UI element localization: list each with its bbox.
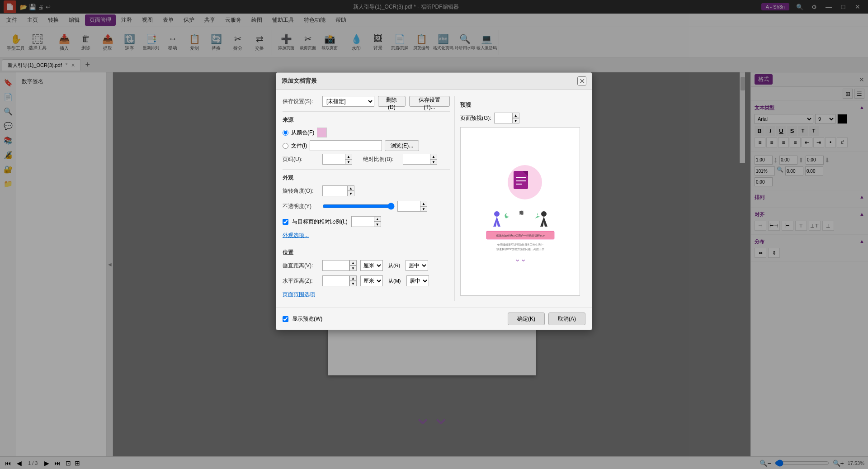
horizontal-down-btn[interactable]: ▼ [349,281,357,286]
preview-page-row: 页面预视(G): 1 ▲ ▼ [460,113,580,123]
dialog-footer: 显示预览(W) 确定(K) 取消(A) [276,308,592,330]
svg-text:使用编辑器可以帮助您日常工作生活中: 使用编辑器可以帮助您日常工作生活中 [497,243,543,246]
opacity-slider[interactable] [322,203,395,210]
page-range-link[interactable]: 页面范围选项 [283,291,315,298]
rotation-row: 旋转角度(O): 0° ▲ ▼ [283,185,450,196]
scale-input[interactable]: 100% [403,154,430,165]
modal-overlay: 添加文档背景 ✕ 保存设置(S): [未指定] 删除(D) 保存设置(T)...… [0,0,868,469]
add-background-dialog: 添加文档背景 ✕ 保存设置(S): [未指定] 删除(D) 保存设置(T)...… [276,72,592,330]
browse-btn[interactable]: 浏览(E)... [385,140,419,151]
horizontal-up-btn[interactable]: ▲ [349,275,357,281]
rel-scale-up-btn[interactable]: ▲ [374,216,381,222]
footer-left: 显示预览(W) [283,315,322,323]
scale-label: 绝对比例(B): [363,156,399,163]
dialog-body: 保存设置(S): [未指定] 删除(D) 保存设置(T)... 来源 从颜色(F… [276,90,592,308]
opacity-row: 不透明度(Y) 100% ▲ ▼ [283,201,450,212]
page-scale-row: 页码(U): 1 ▲ ▼ 绝对比例(B): 100% ▲ [283,154,450,165]
vertical-from-label: 从(R) [388,262,400,269]
confirm-btn[interactable]: 确定(K) [508,313,545,325]
position-section: 位置 垂直距离(V): 0.00 ▲ ▼ 厘米 [283,244,450,286]
cancel-btn[interactable]: 取消(A) [548,313,585,325]
rotation-input[interactable]: 0° [322,185,347,196]
page-label: 页码(U): [283,156,319,163]
dialog-close-btn[interactable]: ✕ [577,76,586,85]
settings-select[interactable]: [未指定] [322,96,374,107]
file-path-input[interactable] [310,140,382,151]
page-range-row: 页面范围选项 [283,291,450,298]
file-radio-label: 文件(I) [291,142,307,150]
color-radio[interactable] [283,130,288,136]
relative-scale-label: 与目标页的相对比例(L) [292,218,348,226]
vertical-from-select[interactable]: 居中 [406,260,428,271]
preview-page-up-btn[interactable]: ▲ [512,113,519,118]
file-radio-row: 文件(I) 浏览(E)... [283,140,450,151]
show-preview-checkbox[interactable] [283,316,288,322]
page-view-label: 页面预视(G): [460,114,491,122]
save-settings-btn[interactable]: 保存设置(T)... [409,96,450,107]
opacity-slider-wrap: 100% ▲ ▼ [322,201,427,212]
dialog-form: 保存设置(S): [未指定] 删除(D) 保存设置(T)... 来源 从颜色(F… [283,96,454,301]
vertical-row: 垂直距离(V): 0.00 ▲ ▼ 厘米 从(R) [283,260,450,271]
relative-scale-checkbox[interactable] [283,219,288,225]
relative-scale-input[interactable]: 100% [351,216,374,227]
horizontal-row: 水平距离(Z): 0.00 ▲ ▼ 厘米 从(M) [283,275,450,286]
rotation-down-btn[interactable]: ▼ [347,191,354,196]
rel-scale-down-btn[interactable]: ▼ [374,222,381,227]
preview-illustration: 欢迎来到福昕 感谢您如全球6.5亿用户一样信任福昕PDF 使用编辑器可以帮助您日… [480,155,561,268]
appearance-title: 外观 [283,174,450,182]
preview-title: 预视 [460,101,580,109]
scale-up-btn[interactable]: ▲ [430,154,437,159]
dialog-header: 添加文档背景 ✕ [276,73,592,90]
scale-spinner: 100% ▲ ▼ [403,154,437,165]
opacity-input[interactable]: 100% [397,201,420,212]
appearance-section: 外观 旋转角度(O): 0° ▲ ▼ [283,169,450,239]
svg-point-10 [541,211,547,217]
rotation-spinner: 0° ▲ ▼ [322,185,354,196]
page-spinner: 1 ▲ ▼ [322,154,352,165]
scale-down-btn[interactable]: ▼ [430,159,437,165]
color-radio-row: 从颜色(F) [283,128,450,137]
svg-text:快速解决PDF文档方面的问题，高效工作: 快速解决PDF文档方面的问题，高效工作 [495,247,544,251]
vertical-input[interactable]: 0.00 [322,260,349,271]
page-down-btn[interactable]: ▼ [345,159,352,165]
color-radio-label: 从颜色(F) [291,129,314,137]
relative-scale-row: 与目标页的相对比例(L) 100% ▲ ▼ [283,216,450,227]
opacity-up-btn[interactable]: ▲ [420,201,427,206]
preview-page-input[interactable]: 1 [494,113,512,123]
vertical-up-btn[interactable]: ▲ [349,260,357,265]
vertical-down-btn[interactable]: ▼ [349,265,357,271]
horizontal-from-select[interactable]: 居中 [406,275,429,286]
source-section: 来源 从颜色(F) 文件(I) 浏览(E)... 页码(U): [283,111,450,165]
horizontal-input[interactable]: 0.00 [322,275,349,286]
horizontal-from-label: 从(M) [388,278,401,284]
delete-settings-btn[interactable]: 删除(D) [378,96,406,107]
vertical-unit-select[interactable]: 厘米 [360,260,383,271]
opacity-down-btn[interactable]: ▼ [420,206,427,212]
preview-page-down-btn[interactable]: ▼ [512,118,519,123]
vertical-spinner: 0.00 ▲ ▼ [322,260,357,271]
rotation-up-btn[interactable]: ▲ [347,185,354,191]
footer-right: 确定(K) 取消(A) [508,313,585,325]
svg-text:感谢您如全球6.5亿用户一样信任福昕PDF: 感谢您如全球6.5亿用户一样信任福昕PDF [495,234,545,237]
show-preview-label: 显示预览(W) [292,315,322,323]
svg-text:⌄⌄: ⌄⌄ [514,255,526,263]
dialog-preview: 预视 页面预视(G): 1 ▲ ▼ [454,96,585,301]
svg-point-9 [494,211,500,217]
preview-frame: 欢迎来到福昕 感谢您如全球6.5亿用户一样信任福昕PDF 使用编辑器可以帮助您日… [460,127,580,296]
svg-text:欢迎来到福昕: 欢迎来到福昕 [520,210,524,215]
advanced-options-link[interactable]: 外观选项... [283,232,309,239]
color-preview-box[interactable] [317,128,327,137]
horizontal-unit-select[interactable]: 厘米 [360,275,383,286]
vertical-label: 垂直距离(V): [283,262,319,270]
page-up-btn[interactable]: ▲ [345,154,352,159]
horizontal-spinner: 0.00 ▲ ▼ [322,275,357,286]
position-title: 位置 [283,249,450,256]
advanced-link-row: 外观选项... [283,232,450,239]
page-input[interactable]: 1 [322,154,345,165]
dialog-title: 添加文档背景 [282,77,317,85]
rotation-label: 旋转角度(O): [283,187,319,195]
horizontal-label: 水平距离(Z): [283,277,319,285]
settings-label: 保存设置(S): [283,98,319,105]
save-settings-row: 保存设置(S): [未指定] 删除(D) 保存设置(T)... [283,96,450,107]
file-radio[interactable] [283,143,288,149]
